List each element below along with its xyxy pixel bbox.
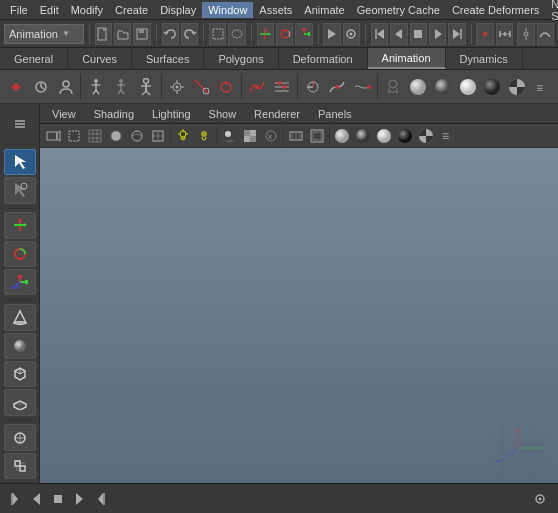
vp-menu-lighting[interactable]: Lighting	[144, 107, 199, 121]
open-scene-btn[interactable]	[114, 23, 131, 45]
char-set-btn[interactable]	[54, 74, 78, 100]
tab-polygons[interactable]: Polygons	[204, 48, 278, 69]
vp-extra2-btn[interactable]: ≡	[437, 126, 457, 146]
ball-icon-btn[interactable]	[406, 74, 430, 100]
bottom-icon-4[interactable]	[68, 489, 88, 509]
new-scene-btn[interactable]	[95, 23, 112, 45]
tab-general[interactable]: General	[0, 48, 68, 69]
dope-sheet-btn[interactable]	[270, 74, 294, 100]
vp-checker-btn[interactable]	[416, 126, 436, 146]
sidebar-menu-btn[interactable]	[6, 110, 34, 138]
dark-sphere2-btn[interactable]	[480, 74, 504, 100]
orient-constraint-btn[interactable]	[214, 74, 238, 100]
motion-trail-btn[interactable]	[350, 74, 374, 100]
tab-curves[interactable]: Curves	[68, 48, 132, 69]
save-scene-btn[interactable]	[133, 23, 150, 45]
checkered-sphere-btn[interactable]	[505, 74, 529, 100]
vp-camera-btn[interactable]	[43, 126, 63, 146]
menu-assets[interactable]: Assets	[253, 2, 298, 18]
time-warp-btn[interactable]	[301, 74, 325, 100]
skeleton-btn[interactable]	[84, 74, 108, 100]
path-anim-btn[interactable]	[326, 74, 350, 100]
next-frame-btn[interactable]	[448, 23, 465, 45]
paint-select-btn[interactable]	[4, 177, 36, 203]
menu-create[interactable]: Create	[109, 2, 154, 18]
plane-tool-btn[interactable]	[4, 389, 36, 415]
vp-res-gate-btn[interactable]	[286, 126, 306, 146]
move-tool-btn[interactable]	[257, 23, 274, 45]
ik-handle-btn[interactable]	[109, 74, 133, 100]
vp-default-light-btn[interactable]	[194, 126, 214, 146]
menu-window[interactable]: Window	[202, 2, 253, 18]
rotate-tool-btn[interactable]	[276, 23, 293, 45]
select-tool-btn[interactable]	[209, 23, 226, 45]
light-sphere-btn[interactable]	[456, 74, 480, 100]
vp-menu-view[interactable]: View	[44, 107, 84, 121]
prev-frame-btn[interactable]	[371, 23, 388, 45]
stop-btn[interactable]	[410, 23, 427, 45]
snap-curve-btn[interactable]	[537, 23, 554, 45]
vp-light-btn[interactable]	[173, 126, 193, 146]
vp-sphere3-btn[interactable]	[374, 126, 394, 146]
ghost-btn[interactable]	[381, 74, 405, 100]
sphere-tool-btn[interactable]	[4, 333, 36, 359]
misc-btn-1[interactable]	[4, 424, 36, 450]
extra-btn[interactable]: ≡	[530, 74, 554, 100]
vp-grid-btn[interactable]	[85, 126, 105, 146]
select-mode-btn[interactable]	[4, 149, 36, 175]
vp-menu-renderer[interactable]: Renderer	[246, 107, 308, 121]
main-viewport[interactable]	[40, 148, 558, 483]
animation-dropdown[interactable]: Animation	[4, 24, 84, 44]
scale-mode-btn[interactable]	[4, 269, 36, 295]
vp-sphere4-btn[interactable]	[395, 126, 415, 146]
rotate-mode-btn[interactable]	[4, 241, 36, 267]
render-settings-btn[interactable]	[343, 23, 360, 45]
tab-surfaces[interactable]: Surfaces	[132, 48, 204, 69]
human-figure-btn[interactable]	[134, 74, 158, 100]
bottom-icon-1[interactable]	[8, 489, 28, 509]
bottom-icon-5[interactable]	[88, 489, 108, 509]
dark-sphere-btn[interactable]	[431, 74, 455, 100]
vp-menu-panels[interactable]: Panels	[310, 107, 360, 121]
misc-btn-2[interactable]	[4, 453, 36, 479]
menu-display[interactable]: Display	[154, 2, 202, 18]
menu-edit[interactable]: Edit	[34, 2, 65, 18]
undo-btn[interactable]	[162, 23, 179, 45]
vp-shadow-btn[interactable]	[219, 126, 239, 146]
play-fwd-btn[interactable]	[429, 23, 446, 45]
tab-animation[interactable]: Animation	[368, 48, 446, 69]
vp-texture-btn[interactable]	[240, 126, 260, 146]
vp-xray-btn[interactable]: X	[261, 126, 281, 146]
snap-grid-btn[interactable]	[517, 23, 534, 45]
menu-animate[interactable]: Animate	[298, 2, 350, 18]
redo-btn[interactable]	[181, 23, 198, 45]
timeline-btn[interactable]	[496, 23, 513, 45]
cube-tool-btn[interactable]	[4, 361, 36, 387]
menu-geometry-cache[interactable]: Geometry Cache	[351, 2, 446, 18]
tab-deformation[interactable]: Deformation	[279, 48, 368, 69]
bottom-icon-2[interactable]	[28, 489, 48, 509]
auto-key-btn[interactable]	[29, 74, 53, 100]
vp-menu-shading[interactable]: Shading	[86, 107, 142, 121]
bottom-settings-btn[interactable]	[530, 489, 550, 509]
vp-shading1-btn[interactable]	[106, 126, 126, 146]
bottom-icon-3[interactable]	[48, 489, 68, 509]
keyframe-btn[interactable]	[476, 23, 493, 45]
vp-sphere1-btn[interactable]	[332, 126, 352, 146]
vp-menu-show[interactable]: Show	[201, 107, 245, 121]
vp-shading2-btn[interactable]	[127, 126, 147, 146]
play-back-btn[interactable]	[390, 23, 407, 45]
render-btn[interactable]	[323, 23, 340, 45]
move-mode-btn[interactable]	[4, 212, 36, 238]
scale-tool-btn[interactable]	[295, 23, 312, 45]
menu-file[interactable]: File	[4, 2, 34, 18]
vp-sel-btn[interactable]	[64, 126, 84, 146]
cone-tool-btn[interactable]	[4, 304, 36, 330]
set-key-btn[interactable]	[4, 74, 28, 100]
graph-editor-btn[interactable]	[245, 74, 269, 100]
vp-wire-btn[interactable]	[148, 126, 168, 146]
lasso-tool-btn[interactable]	[228, 23, 245, 45]
tab-dynamics[interactable]: Dynamics	[446, 48, 523, 69]
menu-create-deformers[interactable]: Create Deformers	[446, 2, 545, 18]
point-constraint-btn[interactable]	[165, 74, 189, 100]
